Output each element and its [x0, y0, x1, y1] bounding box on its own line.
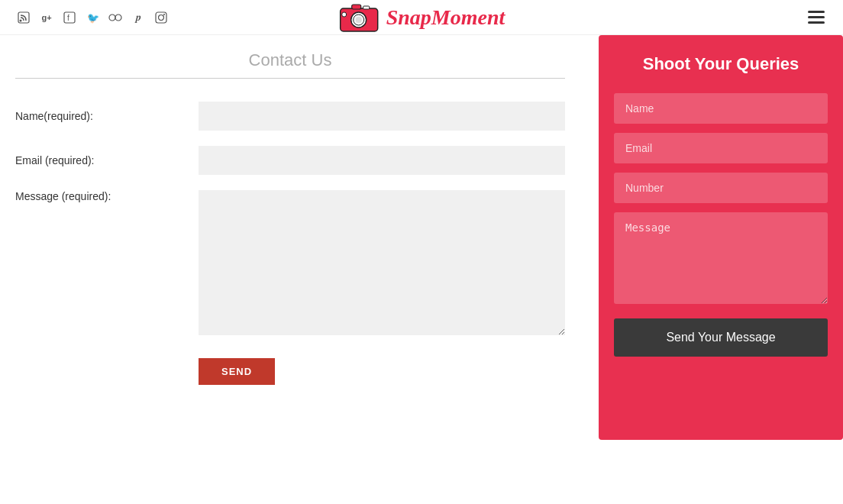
- svg-rect-16: [363, 6, 370, 9]
- email-input[interactable]: [199, 146, 565, 175]
- svg-point-9: [163, 14, 165, 15]
- svg-rect-15: [352, 5, 361, 9]
- contact-title: Contact Us: [15, 50, 565, 70]
- svg-text:🐦: 🐦: [87, 11, 99, 24]
- svg-rect-2: [64, 12, 75, 23]
- name-form-row: Name(required):: [15, 102, 565, 131]
- logo-moment: Moment: [431, 5, 505, 29]
- contact-section: Contact Us Name(required): Email (requir…: [15, 50, 580, 385]
- svg-point-8: [159, 15, 164, 20]
- header: g+ f 🐦 𝒑: [0, 0, 843, 35]
- svg-rect-7: [156, 12, 166, 23]
- pinterest-icon[interactable]: 𝒑: [130, 9, 147, 26]
- logo-area: SnapMoment: [338, 0, 505, 36]
- rss-icon[interactable]: [15, 9, 32, 26]
- send-button[interactable]: SEND: [199, 358, 275, 385]
- facebook-icon[interactable]: f: [61, 9, 78, 26]
- flickr-icon[interactable]: [107, 9, 124, 26]
- hamburger-line-3: [808, 21, 825, 24]
- hamburger-line-2: [808, 16, 825, 18]
- svg-point-14: [356, 17, 362, 23]
- camera-logo-icon: [338, 0, 380, 36]
- name-input[interactable]: [199, 102, 565, 131]
- message-textarea[interactable]: [199, 190, 565, 335]
- contact-divider: [15, 78, 565, 79]
- logo-snap: Snap: [386, 5, 431, 29]
- message-label: Message (required):: [15, 190, 199, 202]
- widget-title: Shoot Your Queries: [614, 54, 828, 74]
- widget-name-input[interactable]: [614, 93, 828, 124]
- sidebar-widget: Shoot Your Queries Send Your Message: [599, 35, 843, 440]
- google-plus-icon[interactable]: g+: [38, 9, 55, 26]
- name-label: Name(required):: [15, 110, 199, 122]
- hamburger-menu-button[interactable]: [805, 8, 828, 27]
- widget-number-input[interactable]: [614, 173, 828, 203]
- instagram-icon[interactable]: [153, 9, 170, 26]
- hamburger-line-1: [808, 11, 825, 13]
- svg-point-6: [115, 15, 121, 21]
- twitter-icon[interactable]: 🐦: [84, 9, 101, 26]
- main-content: Contact Us Name(required): Email (requir…: [0, 35, 843, 400]
- widget-send-button[interactable]: Send Your Message: [614, 318, 828, 357]
- widget-message-textarea[interactable]: [614, 212, 828, 304]
- message-form-row: Message (required):: [15, 190, 565, 335]
- email-label: Email (required):: [15, 154, 199, 166]
- email-form-row: Email (required):: [15, 146, 565, 175]
- svg-point-17: [342, 12, 347, 17]
- svg-text:f: f: [67, 14, 69, 22]
- logo-text: SnapMoment: [386, 5, 505, 30]
- widget-email-input[interactable]: [614, 133, 828, 163]
- svg-point-5: [109, 15, 115, 21]
- svg-point-1: [20, 19, 22, 21]
- social-icons: g+ f 🐦 𝒑: [15, 9, 170, 26]
- header-left: g+ f 🐦 𝒑: [15, 9, 170, 26]
